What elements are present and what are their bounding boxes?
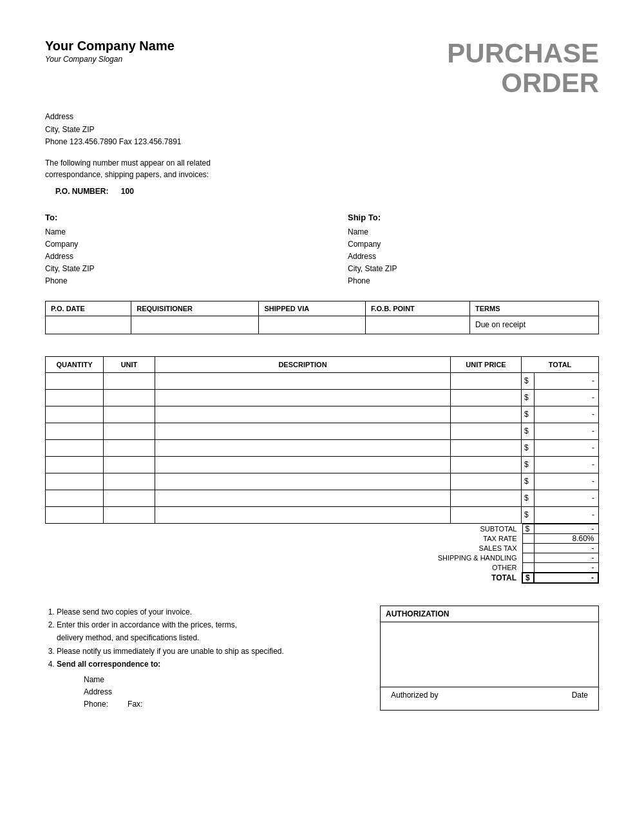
to-address: Address	[45, 251, 296, 263]
auth-header: AUTHORIZATION	[381, 606, 598, 622]
row-desc	[155, 389, 451, 406]
row-unit	[104, 372, 155, 389]
table-row: $ -	[46, 439, 599, 456]
row-qty	[46, 456, 104, 473]
table-row: $ -	[46, 456, 599, 473]
po-number-block: P.O. NUMBER: 100	[45, 187, 599, 196]
corr-address: Address	[84, 686, 367, 698]
ship-to-phone: Phone	[348, 275, 599, 287]
row-price	[451, 506, 522, 523]
row-unit	[104, 389, 155, 406]
row-total: -	[534, 406, 598, 423]
to-label: To:	[45, 211, 296, 225]
corr-name: Name	[84, 674, 367, 686]
row-dollar: $	[522, 473, 535, 490]
row-dollar: $	[522, 406, 535, 423]
instructions-block: Please send two copies of your invoice. …	[45, 606, 367, 711]
row-total: -	[534, 439, 598, 456]
shipping-dollar	[522, 553, 534, 562]
table-row: $ -	[46, 473, 599, 490]
company-city: City, State ZIP	[45, 124, 599, 136]
table-row: $ -	[46, 490, 599, 506]
date-label: Date	[572, 691, 588, 700]
corr-phone-fax: Phone: Fax:	[84, 698, 367, 711]
other-row: OTHER -	[45, 562, 598, 573]
ship-to-name: Name	[348, 226, 599, 238]
table-row: $ -	[46, 406, 599, 423]
col-fob-point: F.O.B. POINT	[365, 301, 469, 316]
row-qty	[46, 389, 104, 406]
col-unit: UNIT	[104, 356, 155, 372]
row-dollar: $	[522, 423, 535, 439]
col-description: DESCRIPTION	[155, 356, 451, 372]
to-city: City, State ZIP	[45, 263, 296, 275]
authorized-by-label: Authorized by	[391, 691, 438, 700]
row-desc	[155, 423, 451, 439]
tax-rate-label: TAX RATE	[45, 533, 522, 543]
row-dollar: $	[522, 439, 535, 456]
subtotal-row: SUBTOTAL $ -	[45, 524, 598, 533]
row-desc	[155, 490, 451, 506]
info-terms: Due on receipt	[470, 316, 599, 334]
table-row: $ -	[46, 389, 599, 406]
col-quantity: QUANTITY	[46, 356, 104, 372]
row-price	[451, 423, 522, 439]
send-all-label: Send all correspondence to:	[57, 660, 160, 669]
instruction-3: Please notify us immediately if you are …	[57, 645, 367, 658]
instructions-list: Please send two copies of your invoice. …	[45, 606, 367, 671]
row-desc	[155, 439, 451, 456]
row-total: -	[534, 506, 598, 523]
po-number-label: P.O. NUMBER:	[55, 187, 108, 196]
total-dollar: $	[522, 573, 534, 583]
tax-rate-value: 8.60%	[534, 533, 598, 543]
other-value: -	[534, 562, 598, 573]
subtotal-label: SUBTOTAL	[45, 524, 522, 533]
items-table: QUANTITY UNIT DESCRIPTION UNIT PRICE TOT…	[45, 356, 599, 524]
sales-tax-dollar	[522, 543, 534, 553]
col-requisitioner: REQUISITIONER	[131, 301, 259, 316]
row-qty	[46, 439, 104, 456]
summary-table: SUBTOTAL $ - TAX RATE 8.60% SALES TAX - …	[45, 524, 599, 584]
info-shipped-via	[259, 316, 366, 334]
instruction-1: Please send two copies of your invoice.	[57, 606, 367, 618]
row-qty	[46, 506, 104, 523]
row-price	[451, 389, 522, 406]
other-dollar	[522, 562, 534, 573]
col-po-date: P.O. DATE	[46, 301, 131, 316]
ship-to-label: Ship To:	[348, 211, 599, 225]
sales-tax-value: -	[534, 543, 598, 553]
row-price	[451, 406, 522, 423]
total-label: TOTAL	[45, 573, 522, 583]
to-company: Company	[45, 238, 296, 251]
sales-tax-label: SALES TAX	[45, 543, 522, 553]
row-unit	[104, 439, 155, 456]
company-info: Address City, State ZIP Phone 123.456.78…	[45, 111, 599, 148]
subtotal-value: -	[534, 524, 598, 533]
instruction-2: Enter this order in accordance with the …	[57, 618, 367, 645]
row-unit	[104, 473, 155, 490]
row-unit	[104, 506, 155, 523]
row-qty	[46, 490, 104, 506]
total-value: -	[534, 573, 598, 583]
row-desc	[155, 372, 451, 389]
company-address: Address	[45, 111, 599, 123]
row-desc	[155, 406, 451, 423]
header: Your Company Name Your Company Slogan PU…	[45, 39, 599, 98]
row-qty	[46, 473, 104, 490]
instruction-4: Send all correspondence to:	[57, 658, 367, 671]
ship-to-city: City, State ZIP	[348, 263, 599, 275]
row-qty	[46, 372, 104, 389]
company-block: Your Company Name Your Company Slogan	[45, 39, 175, 64]
authorization-box: AUTHORIZATION Authorized by Date	[380, 606, 599, 711]
table-row: $ -	[46, 506, 599, 523]
company-phone-fax: Phone 123.456.7890 Fax 123.456.7891	[45, 136, 599, 148]
ship-to-address: Address	[348, 251, 599, 263]
row-qty	[46, 423, 104, 439]
row-desc	[155, 506, 451, 523]
corr-phone-label: Phone:	[84, 698, 108, 711]
row-dollar: $	[522, 506, 535, 523]
row-desc	[155, 456, 451, 473]
row-total: -	[534, 456, 598, 473]
col-total: TOTAL	[522, 356, 599, 372]
subtotal-dollar: $	[522, 524, 534, 533]
